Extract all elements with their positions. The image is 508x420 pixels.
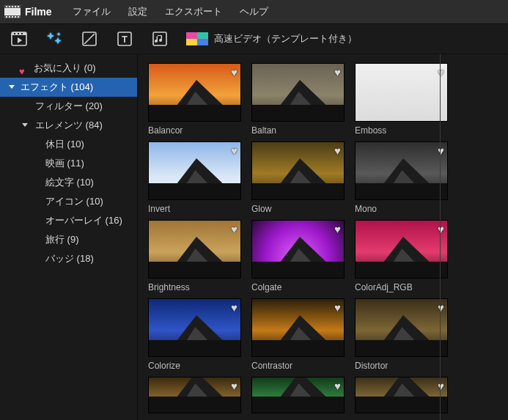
chevron-down-icon (9, 85, 15, 89)
effect-label: Mono (355, 204, 448, 214)
favorite-toggle-icon[interactable]: ♥ (438, 223, 444, 235)
favorite-toggle-icon[interactable]: ♥ (438, 66, 444, 78)
favorite-toggle-icon[interactable]: ♥ (438, 301, 444, 314)
svg-rect-10 (12, 16, 13, 18)
svg-rect-11 (15, 16, 16, 18)
favorite-toggle-icon[interactable]: ♥ (334, 301, 341, 314)
effect-item[interactable]: ♥Colgate (251, 220, 345, 292)
sidebar-item-filters[interactable]: フィルター (20) (0, 97, 137, 116)
effect-item[interactable]: ♥Colorize (148, 298, 241, 371)
favorite-toggle-icon[interactable]: ♥ (231, 223, 238, 235)
sidebar-item-label: 休日 (10) (45, 139, 84, 150)
sidebar-item-favorites[interactable]: ♥ お気に入り (0) (0, 59, 137, 78)
effect-label: Contrastor (251, 361, 345, 371)
effect-thumbnail[interactable]: ♥ (355, 141, 448, 200)
effect-thumbnail[interactable]: ♥ (355, 298, 448, 357)
effect-item[interactable]: ♥Brightness (148, 220, 241, 292)
effect-item[interactable]: ♥Baltan (251, 63, 345, 136)
favorite-toggle-icon[interactable]: ♥ (334, 66, 341, 78)
effect-thumbnail[interactable]: ♥ (355, 377, 448, 413)
svg-marker-18 (18, 37, 22, 43)
effect-item[interactable]: ♥Emboss (355, 63, 448, 136)
effect-label: Emboss (355, 125, 448, 136)
sidebar-item-badge[interactable]: バッジ (18) (0, 249, 137, 268)
svg-rect-8 (6, 16, 7, 18)
favorite-toggle-icon[interactable]: ♥ (334, 223, 341, 235)
effect-label: Glow (251, 204, 345, 214)
effect-thumbnail[interactable]: ♥ (251, 220, 345, 279)
effect-item[interactable]: ♥Contrastor (251, 298, 345, 371)
svg-marker-19 (47, 32, 54, 40)
menu-export[interactable]: エクスポート (158, 2, 229, 21)
sidebar-item-movie[interactable]: 映画 (11) (0, 154, 137, 173)
media-tab-icon[interactable] (10, 30, 28, 48)
effect-label: Baltan (251, 125, 345, 136)
effect-thumbnail[interactable]: ♥ (148, 377, 241, 413)
sidebar-item-label: エフェクト (104) (21, 81, 93, 92)
effect-thumbnail[interactable]: ♥ (251, 298, 345, 357)
sidebar-item-emoji[interactable]: 絵文字 (10) (0, 173, 137, 192)
effect-thumbnail[interactable]: ♥ (148, 63, 241, 122)
menubar: Filme ファイル 設定 エクスポート ヘルプ (0, 0, 508, 23)
effect-thumbnail[interactable]: ♥ (251, 63, 345, 122)
app-title: Filme (25, 6, 52, 18)
sidebar-item-elements[interactable]: エレメンツ (84) (0, 116, 137, 135)
effect-label: Distortor (355, 361, 448, 371)
effect-thumbnail[interactable]: ♥ (148, 220, 241, 279)
menu-settings[interactable]: 設定 (121, 2, 155, 21)
effect-thumbnail[interactable]: ♥ (148, 298, 241, 357)
favorite-toggle-icon[interactable]: ♥ (438, 380, 444, 392)
effect-item[interactable]: ♥ (355, 377, 448, 413)
effect-label: Balancor (148, 125, 241, 136)
effect-thumbnail[interactable]: ♥ (355, 220, 448, 279)
text-tab-icon[interactable]: T (116, 30, 133, 48)
sidebar-item-holiday[interactable]: 休日 (10) (0, 135, 137, 154)
sidebar: ♥ お気に入り (0) エフェクト (104) フィルター (20) エレメンツ… (0, 54, 138, 420)
favorite-toggle-icon[interactable]: ♥ (231, 301, 238, 314)
sidebar-item-label: 絵文字 (10) (45, 177, 94, 188)
audio-tab-icon[interactable] (151, 30, 169, 48)
svg-marker-21 (56, 32, 60, 36)
effect-thumbnail[interactable]: ♥ (251, 141, 345, 200)
svg-rect-9 (9, 16, 10, 18)
favorite-toggle-icon[interactable]: ♥ (438, 144, 444, 157)
sidebar-item-icon[interactable]: アイコン (10) (0, 192, 137, 211)
transition-tab-icon[interactable] (81, 30, 98, 48)
sidebar-item-effects[interactable]: エフェクト (104) (0, 78, 137, 97)
favorite-toggle-icon[interactable]: ♥ (231, 380, 238, 392)
sidebar-item-label: バッジ (18) (45, 253, 94, 264)
fast-video-button[interactable]: 高速ビデオ（テンプレート付き） (186, 32, 357, 45)
svg-rect-4 (9, 6, 10, 7)
sidebar-item-travel[interactable]: 旅行 (9) (0, 230, 137, 249)
favorite-toggle-icon[interactable]: ♥ (334, 144, 341, 157)
effect-item[interactable]: ♥ (148, 377, 241, 413)
effect-item[interactable]: ♥ (251, 377, 345, 413)
favorite-toggle-icon[interactable]: ♥ (231, 144, 238, 157)
svg-rect-7 (18, 6, 19, 7)
effect-item[interactable]: ♥Glow (251, 141, 345, 214)
svg-rect-3 (6, 6, 7, 7)
sidebar-item-label: 旅行 (9) (45, 234, 79, 245)
menu-file[interactable]: ファイル (65, 2, 118, 21)
favorite-toggle-icon[interactable]: ♥ (334, 380, 341, 392)
sidebar-item-label: オーバーレイ (16) (45, 215, 122, 226)
effect-item[interactable]: ♥Balancor (148, 63, 241, 136)
fast-video-label: 高速ビデオ（テンプレート付き） (214, 32, 357, 45)
menu-help[interactable]: ヘルプ (232, 2, 276, 21)
svg-rect-15 (14, 33, 15, 34)
effect-item[interactable]: ♥Invert (148, 141, 241, 214)
svg-text:T: T (122, 34, 128, 45)
effect-thumbnail[interactable]: ♥ (148, 141, 241, 200)
effect-thumbnail[interactable]: ♥ (251, 377, 345, 413)
favorite-toggle-icon[interactable]: ♥ (231, 66, 238, 78)
effect-thumbnail[interactable]: ♥ (355, 63, 448, 122)
effect-item[interactable]: ♥Mono (355, 141, 448, 214)
svg-rect-17 (21, 33, 23, 34)
svg-line-23 (84, 34, 95, 44)
svg-rect-16 (18, 33, 19, 34)
sidebar-item-overlay[interactable]: オーバーレイ (16) (0, 211, 137, 230)
effects-gallery: ♥Balancor♥Baltan♥Emboss♥Invert♥Glow♥Mono… (138, 54, 508, 420)
effects-tab-icon[interactable] (45, 30, 63, 48)
effect-item[interactable]: ♥ColorAdj_RGB (355, 220, 448, 292)
effect-item[interactable]: ♥Distortor (355, 298, 448, 371)
